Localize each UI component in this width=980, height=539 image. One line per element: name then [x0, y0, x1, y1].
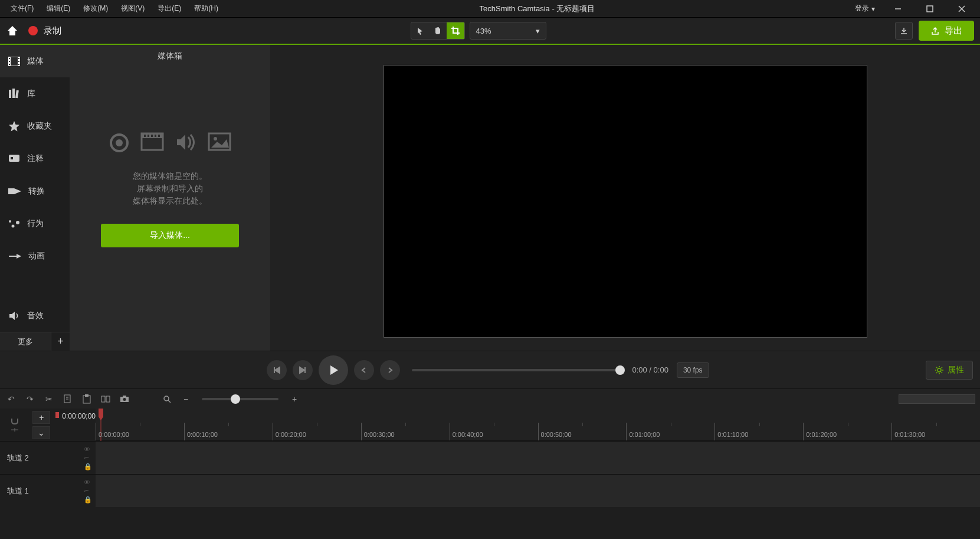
menu-file[interactable]: 文件(F) [5, 1, 40, 16]
gear-icon [935, 365, 944, 375]
svg-rect-28 [144, 135, 146, 137]
track-header-2[interactable]: 轨道 2 👁 ⤺ 🔒 [0, 441, 96, 474]
svg-rect-19 [8, 188, 14, 194]
preview-canvas[interactable] [384, 65, 867, 338]
track-header-1[interactable]: 轨道 1 👁 ⤺ 🔒 [0, 474, 96, 507]
step-forward-button[interactable] [380, 360, 400, 380]
timeline-minimap[interactable] [899, 394, 975, 404]
more-button[interactable]: 更多 [0, 337, 51, 347]
timeline-zoom-slider[interactable] [202, 398, 278, 400]
prev-clip-button[interactable] [267, 360, 287, 380]
reverse-icon[interactable]: ⤺ [84, 454, 92, 462]
next-clip-button[interactable] [293, 360, 313, 380]
zoom-search-button[interactable] [160, 395, 173, 403]
callout-icon [8, 154, 20, 164]
add-track-button[interactable]: + [32, 411, 50, 424]
redo-button[interactable]: ↷ [24, 394, 37, 404]
menu-view[interactable]: 视图(V) [115, 1, 150, 16]
close-icon [958, 5, 965, 12]
split-button[interactable] [99, 395, 112, 403]
lock-icon[interactable]: 🔒 [84, 496, 92, 504]
chevron-right-icon [386, 367, 394, 374]
pointer-tool[interactable] [411, 22, 429, 39]
close-button[interactable] [948, 0, 975, 18]
download-button[interactable] [895, 22, 913, 40]
empty-media-message: 您的媒体箱是空的。 屏幕录制和导入的 媒体将显示在此处。 [133, 170, 207, 207]
ruler-tick: 0:01:10;00 [714, 423, 803, 440]
track-row-2[interactable] [96, 441, 980, 474]
login-button[interactable]: 登录 ▾ [850, 1, 880, 16]
timeline-options[interactable] [0, 409, 30, 441]
fps-display[interactable]: 30 fps [677, 362, 709, 378]
zoom-in-button[interactable]: + [288, 394, 301, 404]
sidebar-label: 库 [27, 89, 35, 99]
crop-tool[interactable] [447, 22, 464, 39]
record-button[interactable]: 录制 [27, 25, 61, 37]
paste-icon [83, 394, 91, 404]
lock-icon[interactable]: 🔒 [84, 463, 92, 471]
canvas-tool-group [411, 22, 465, 40]
svg-line-47 [168, 400, 171, 403]
menu-export[interactable]: 导出(E) [152, 1, 187, 16]
zoom-slider-handle[interactable] [231, 394, 240, 404]
sidebar-label: 收藏夹 [27, 121, 52, 132]
play-button[interactable] [319, 355, 348, 385]
sidebar-item-library[interactable]: 库 [0, 77, 70, 110]
playhead-marker-icon [55, 412, 60, 419]
step-back-button[interactable] [354, 360, 374, 380]
collapse-tracks-button[interactable]: ⌄ [32, 426, 50, 439]
sidebar-item-annotations[interactable]: 注释 [0, 142, 70, 175]
reverse-icon[interactable]: ⤺ [84, 487, 92, 495]
maximize-icon [926, 5, 933, 12]
import-media-button[interactable]: 导入媒体... [101, 224, 239, 247]
svg-rect-10 [9, 64, 10, 65]
sidebar-item-audio[interactable]: 音效 [0, 299, 70, 332]
zoom-dropdown[interactable]: 43% ▾ [470, 22, 546, 40]
sidebar-item-animations[interactable]: 动画 [0, 240, 70, 272]
copy-icon [64, 394, 72, 404]
track-name: 轨道 1 [7, 486, 29, 496]
sidebar-item-media[interactable]: 媒体 [0, 45, 70, 77]
cut-button[interactable]: ✂ [42, 394, 55, 404]
paste-button[interactable] [80, 394, 93, 404]
timeline-ruler[interactable]: 0:00:00;000:00:10;000:00:20;000:00:30;00… [96, 409, 980, 441]
menu-help[interactable]: 帮助(H) [188, 1, 224, 16]
pan-tool[interactable] [429, 22, 447, 39]
minimize-button[interactable] [884, 0, 912, 18]
sidebar-item-favorites[interactable]: 收藏夹 [0, 110, 70, 142]
screenshot-button[interactable] [118, 395, 131, 403]
track-name: 轨道 2 [7, 453, 29, 463]
add-tab-button[interactable]: + [51, 332, 70, 351]
svg-point-46 [164, 396, 169, 401]
export-label: 导出 [945, 25, 962, 37]
menu-modify[interactable]: 修改(M) [77, 1, 114, 16]
undo-button[interactable]: ↶ [5, 394, 18, 404]
visibility-icon[interactable]: 👁 [84, 446, 92, 453]
magnet-icon [10, 418, 19, 425]
ruler-tick: 0:00:20;00 [273, 423, 361, 440]
marker-icon [11, 427, 19, 432]
playback-scrubber[interactable] [412, 369, 620, 371]
sidebar-label: 转换 [28, 186, 45, 197]
copy-button[interactable] [61, 394, 74, 404]
scrubber-handle[interactable] [615, 365, 625, 375]
home-button[interactable] [6, 24, 19, 37]
media-type-icons [109, 132, 231, 153]
visibility-icon[interactable]: 👁 [84, 479, 92, 486]
timeline: + ⌄ 0:00:00;00 轨道 2 👁 ⤺ 🔒 轨道 1 👁 ⤺ 🔒 [0, 409, 980, 539]
main-area: 媒体 库 收藏夹 注释 转换 行为 动画 音效 [0, 45, 980, 351]
sidebar-item-transitions[interactable]: 转换 [0, 175, 70, 207]
chevron-left-icon [360, 367, 368, 374]
menu-edit[interactable]: 编辑(E) [41, 1, 76, 16]
zoom-out-button[interactable]: − [179, 394, 192, 404]
split-icon [101, 395, 110, 403]
svg-rect-49 [99, 409, 103, 417]
export-button[interactable]: 导出 [919, 21, 974, 41]
properties-button[interactable]: 属性 [926, 361, 973, 380]
sidebar-item-behaviors[interactable]: 行为 [0, 207, 70, 240]
maximize-button[interactable] [916, 0, 943, 18]
track-row-1[interactable] [96, 474, 980, 507]
media-bin-panel: 媒体箱 您的媒体箱是空的。 屏幕录制和导入的 媒体将显示在此处。 导入媒体... [70, 45, 270, 351]
playback-bar: 0:00 / 0:00 30 fps 属性 [0, 351, 980, 388]
svg-rect-40 [85, 394, 89, 397]
